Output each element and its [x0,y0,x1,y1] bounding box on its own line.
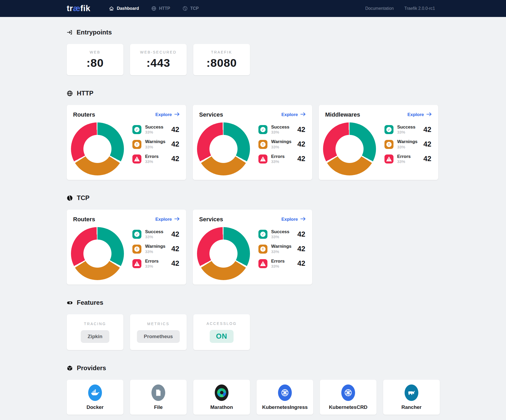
provider-name: Rancher [401,404,422,410]
provider-card-docker: Docker [67,380,123,415]
legend-percent: 33% [397,159,405,164]
documentation-link[interactable]: Documentation [365,6,394,11]
legend-label: Errors [145,259,159,264]
tcp-header: TCP [67,194,445,202]
features-section: Features TRACING Zipkin METRICS Promethe… [67,299,445,350]
legend-count: 42 [171,259,180,268]
entrypoint-port: :443 [146,56,170,69]
entrypoints-icon [67,29,73,35]
legend-row-errors: ! Errors33% 42 [384,154,432,164]
entrypoint-port: :80 [86,56,104,69]
http-services-card: Services Explore ✓ Success33% 42 [193,105,312,180]
legend-row-warnings: ! Warnings33% 42 [258,139,306,149]
warning-exclamation-icon: ! [132,140,141,149]
explore-label: Explore [281,217,298,222]
legend-percent: 33% [271,145,279,149]
legend-count: 42 [423,126,432,134]
traefik-logo[interactable]: træfik [67,4,90,13]
explore-label: Explore [408,112,424,117]
tcp-ball-icon [182,6,188,11]
legend-label: Errors [271,259,285,264]
tcp-services-card: Services Explore ✓ Success33% 42 [193,210,312,285]
legend-row-success: ✓ Success33% 42 [258,229,306,239]
explore-tcp-services-link[interactable]: Explore [281,217,306,222]
card-title: Routers [73,111,95,118]
explore-http-services-link[interactable]: Explore [281,112,306,118]
legend-percent: 33% [397,130,405,134]
legend-count: 42 [297,140,306,148]
provider-name: Marathon [210,404,233,410]
kubernetes-logo-icon [341,384,355,401]
status-legend: ✓ Success33% 42 ! Warnings33% 42 ! Error… [258,229,306,280]
provider-name: KubernetesCRD [329,404,368,410]
legend-percent: 33% [145,249,153,254]
error-triangle-icon: ! [132,154,141,163]
http-title: HTTP [77,90,93,97]
legend-percent: 33% [271,130,279,134]
kubernetes-logo-icon [278,384,292,401]
success-check-icon: ✓ [132,125,141,134]
explore-http-routers-link[interactable]: Explore [155,112,180,118]
legend-label: Warnings [145,139,165,144]
legend-row-success: ✓ Success33% 42 [132,125,180,135]
explore-tcp-routers-link[interactable]: Explore [155,217,180,222]
explore-http-middlewares-link[interactable]: Explore [408,112,432,118]
legend-count: 42 [297,259,306,268]
success-check-icon: ✓ [384,125,393,134]
explore-label: Explore [281,112,298,117]
legend-percent: 33% [271,249,279,254]
legend-label: Warnings [271,139,292,144]
explore-label: Explore [155,112,172,117]
feature-value-badge: Zipkin [81,330,109,343]
version-label: Traefik 2.0.0-rc1 [404,6,435,11]
legend-percent: 33% [271,235,279,239]
error-triangle-icon: ! [258,154,267,163]
feature-name: TRACING [84,322,106,326]
feature-value-badge: Prometheus [137,330,180,343]
legend-label: Errors [397,154,411,159]
nav-tcp-label: TCP [190,6,199,11]
status-legend: ✓ Success33% 42 ! Warnings33% 42 ! Error… [132,229,180,280]
success-check-icon: ✓ [132,230,141,239]
tcp-routers-card: Routers Explore ✓ Success33% 42 [67,210,186,285]
logo-text: fik [80,4,90,13]
card-title: Routers [73,216,95,223]
error-triangle-icon: ! [258,259,267,268]
legend-label: Warnings [145,244,165,249]
nav-right: Documentation Traefik 2.0.0-rc1 [365,6,435,11]
legend-count: 42 [423,140,432,148]
entrypoints-section: Entrypoints WEB :80 WEB-SECURED :443 TRA… [67,29,445,75]
legend-row-success: ✓ Success33% 42 [258,125,306,135]
legend-row-errors: ! Errors33% 42 [132,154,180,164]
warning-exclamation-icon: ! [384,140,393,149]
globe-icon [67,90,73,96]
legend-row-errors: ! Errors33% 42 [258,259,306,269]
provider-card-kubernetes-ingress: KubernetesIngress [257,380,313,415]
legend-row-warnings: ! Warnings33% 42 [258,244,306,254]
status-legend: ✓ Success33% 42 ! Warnings33% 42 ! Error… [384,125,432,175]
error-triangle-icon: ! [132,259,141,268]
legend-row-warnings: ! Warnings33% 42 [384,139,432,149]
legend-label: Success [397,125,415,130]
nav-http[interactable]: HTTP [151,6,170,11]
legend-label: Errors [271,154,285,159]
legend-percent: 33% [145,130,153,134]
entrypoint-card-traefik: TRAEFIK :8080 [193,44,250,75]
nav-tcp[interactable]: TCP [182,6,199,11]
success-check-icon: ✓ [258,230,267,239]
legend-row-success: ✓ Success33% 42 [384,125,432,135]
provider-name: Docker [87,404,104,410]
entrypoint-port: :8080 [207,56,237,69]
nav-dashboard-label: Dashboard [117,6,139,11]
tcp-services-status-donut [197,227,250,280]
legend-count: 42 [171,140,180,148]
legend-count: 42 [171,245,180,253]
entrypoint-card-web-secured: WEB-SECURED :443 [130,44,187,75]
arrow-right-icon [426,112,432,118]
legend-percent: 33% [397,145,405,149]
tcp-title: TCP [77,194,89,202]
package-cube-icon [67,365,73,371]
nav-dashboard[interactable]: Dashboard [109,6,139,11]
legend-label: Success [271,229,289,234]
explore-label: Explore [155,217,172,222]
